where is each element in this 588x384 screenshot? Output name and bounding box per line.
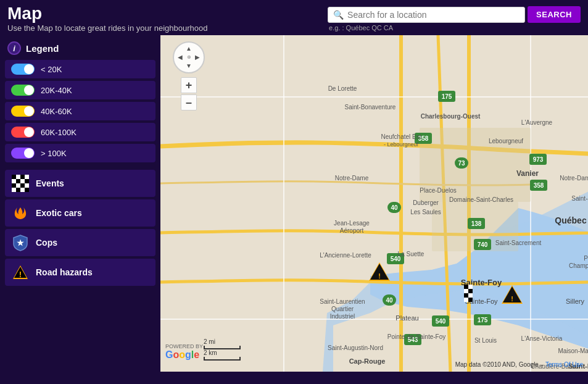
legend-item-100k[interactable]: > 100K <box>5 144 155 162</box>
svg-rect-10 <box>20 183 25 188</box>
svg-text:!: ! <box>19 270 22 279</box>
legend-item-20k-40k[interactable]: 20K-40K <box>5 81 155 99</box>
svg-rect-6 <box>20 179 25 183</box>
svg-text:★: ★ <box>17 238 24 248</box>
svg-text:Québec: Québec <box>555 215 587 225</box>
svg-rect-125 <box>464 298 468 302</box>
svg-text:Jean-Lesage: Jean-Lesage <box>334 220 370 227</box>
svg-text:Charlesbourg-Ouest: Charlesbourg-Ouest <box>421 113 481 120</box>
svg-rect-120 <box>468 285 473 289</box>
svg-text:L'Ancienne-Lorette: L'Ancienne-Lorette <box>320 252 371 259</box>
svg-rect-121 <box>464 289 468 293</box>
svg-text:Saint-Augustin-Nord: Saint-Augustin-Nord <box>328 344 383 351</box>
svg-text:40: 40 <box>391 204 398 211</box>
svg-text:L'Auvergne: L'Auvergne <box>521 119 553 126</box>
svg-text:540: 540 <box>436 318 446 325</box>
svg-rect-122 <box>468 289 473 293</box>
svg-text:Les Saules: Les Saules <box>410 209 441 215</box>
svg-text:Maison-Maupas: Maison-Maupas <box>558 348 588 354</box>
svg-text:Saint-Laurentien: Saint-Laurentien <box>320 298 365 305</box>
svg-text:Pointe-de-Sainte-Foy: Pointe-de-Sainte-Foy <box>387 333 446 340</box>
svg-text:Champs-de-Bataille: Champs-de-Bataille <box>569 262 588 269</box>
scale-km-label: 2 km <box>204 349 217 356</box>
legend-item-20k[interactable]: < 20K <box>5 60 155 78</box>
sidebar-item-events[interactable]: Events <box>5 170 155 197</box>
google-logo: Google <box>165 349 203 361</box>
svg-text:740: 740 <box>478 241 488 248</box>
exotic-cars-label: Exotic cars <box>36 208 82 218</box>
legend-label-60k-100k: 60K-100K <box>41 128 77 137</box>
svg-text:Vanier: Vanier <box>516 169 539 178</box>
svg-text:40: 40 <box>386 297 393 304</box>
toggle-20k-40k[interactable] <box>11 85 35 96</box>
svg-text:Saint-Bonaventure: Saint-Bonaventure <box>345 104 396 111</box>
terms-of-use-link[interactable]: Terms Of Use <box>545 361 583 368</box>
legend-item-40k-60k[interactable]: 40K-60K <box>5 102 155 120</box>
svg-text:358: 358 <box>534 182 544 189</box>
svg-text:73: 73 <box>458 160 465 167</box>
svg-rect-12 <box>12 188 16 192</box>
svg-text:Quartier: Quartier <box>331 306 354 312</box>
svg-text:- Lebourgneuf: - Lebourgneuf <box>384 141 419 148</box>
svg-text:!: ! <box>511 295 513 303</box>
search-hint: e.g. : Québec QC CA <box>329 24 393 31</box>
cops-icon: ★ <box>11 234 30 251</box>
search-button[interactable]: SEARCH <box>528 6 581 23</box>
svg-rect-119 <box>464 285 468 289</box>
legend-label-20k-40k: 20K-40K <box>41 86 72 95</box>
legend-title: Legend <box>26 43 59 54</box>
svg-text:Industriel: Industriel <box>330 313 355 320</box>
svg-rect-8 <box>12 183 16 188</box>
svg-rect-7 <box>25 179 29 183</box>
svg-rect-1 <box>16 175 20 179</box>
svg-text:Cap-Rouge: Cap-Rouge <box>349 357 386 365</box>
search-icon: 🔍 <box>333 10 344 20</box>
header: Map Use the Map to locate great rides in… <box>0 0 588 35</box>
legend-label-40k-60k: 40K-60K <box>41 107 72 116</box>
main-content: i Legend < 20K 20K-40K 40K-60K 6 <box>0 35 588 372</box>
svg-text:!: ! <box>378 272 381 280</box>
svg-text:Notre-Dame-des-Anges: Notre-Dame-des-Anges <box>560 175 588 182</box>
scale-mi-label: 2 mi <box>204 338 215 345</box>
map-container[interactable]: 358 175 40 138 73 973 40 540 740 <box>160 35 588 372</box>
page-title: Map <box>7 5 207 22</box>
events-label: Events <box>36 178 64 188</box>
svg-rect-2 <box>20 175 25 179</box>
svg-text:Lebourgneuf: Lebourgneuf <box>489 138 523 144</box>
toggle-100k[interactable] <box>11 148 35 159</box>
svg-text:175: 175 <box>478 317 488 323</box>
sidebar-item-road-hazards[interactable]: ! Road hazards <box>5 259 155 286</box>
cops-label: Cops <box>36 238 57 248</box>
road-hazards-icon: ! <box>11 264 30 281</box>
svg-rect-0 <box>12 175 16 179</box>
road-hazards-label: Road hazards <box>36 267 93 277</box>
svg-rect-3 <box>25 175 29 179</box>
sidebar: i Legend < 20K 20K-40K 40K-60K 6 <box>0 35 160 372</box>
toggle-20k[interactable] <box>11 64 35 75</box>
legend-item-60k-100k[interactable]: 60K-100K <box>5 123 155 141</box>
scale-bar: 2 mi 2 km <box>204 338 241 361</box>
zoom-out-button[interactable]: – <box>181 94 197 111</box>
search-input[interactable] <box>347 10 520 20</box>
nav-compass[interactable]: ▲ ◀ ⊕ ▶ ▼ <box>173 41 205 73</box>
map-data-label: Map data ©2010 AND, Google – <box>455 361 544 368</box>
svg-text:Saint-Jean-Baptiste: Saint-Jean-Baptiste <box>571 195 588 202</box>
toggle-60k-100k[interactable] <box>11 127 35 138</box>
map-svg: 358 175 40 138 73 973 40 540 740 <box>160 35 588 372</box>
zoom-in-button[interactable]: + <box>181 77 197 93</box>
svg-text:Sillery: Sillery <box>566 298 584 305</box>
svg-text:973: 973 <box>533 156 544 163</box>
svg-text:138: 138 <box>471 220 482 227</box>
toggle-40k-60k[interactable] <box>11 106 35 117</box>
svg-rect-5 <box>16 179 20 183</box>
info-icon: i <box>7 41 21 55</box>
exotic-cars-icon <box>11 204 30 222</box>
search-input-wrapper: 🔍 <box>328 7 525 23</box>
sidebar-item-cops[interactable]: ★ Cops <box>5 229 155 256</box>
svg-text:Aéroport: Aéroport <box>340 227 364 234</box>
sidebar-item-exotic-cars[interactable]: Exotic cars <box>5 199 155 227</box>
svg-rect-4 <box>12 179 16 183</box>
svg-text:Notre-Dame: Notre-Dame <box>335 175 369 182</box>
svg-text:L'Anse-Victoria: L'Anse-Victoria <box>521 335 563 342</box>
search-row: 🔍 SEARCH <box>328 6 581 23</box>
